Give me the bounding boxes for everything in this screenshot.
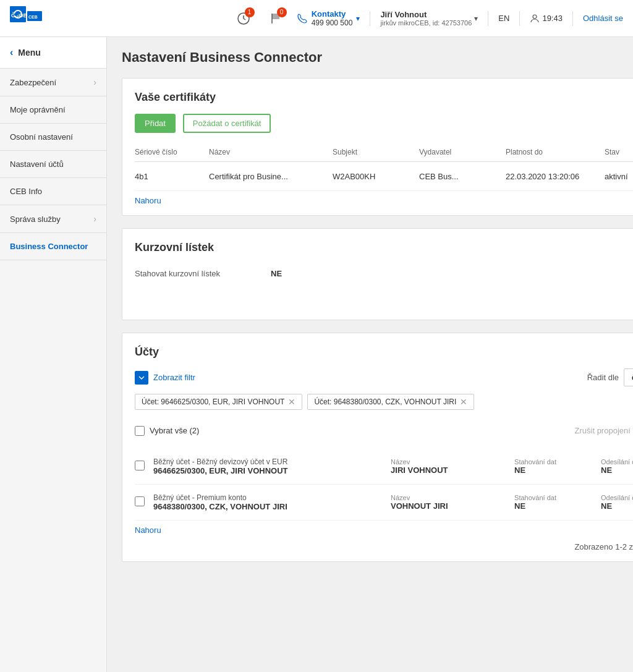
contacts-button[interactable]: Kontakty 499 900 500 xyxy=(297,9,360,27)
add-certificate-button[interactable]: Přidat xyxy=(135,114,176,133)
account-check-0[interactable] xyxy=(135,461,145,470)
notifications-button[interactable]: 1 xyxy=(232,7,255,30)
account-info-0: Běžný účet - Běžný devizový účet v EUR 9… xyxy=(153,457,391,475)
exchange-card: Kurzovní lístek Stahovat kurzovní lístek… xyxy=(122,228,633,320)
exchange-row: Stahovat kurzovní lístek NE xyxy=(135,264,633,283)
menu-label: Menu xyxy=(18,48,41,57)
sidebar-item-label: Moje oprávnění xyxy=(10,105,66,114)
sort-select[interactable]: čísla účtu xyxy=(624,368,633,386)
col-header-issuer: Vydavatel xyxy=(419,148,506,156)
filter-tag-0: Účet: 9646625/0300, EUR, JIRI VOHNOUT ✕ xyxy=(135,394,302,410)
exchange-label: Stahovat kurzovní lístek xyxy=(135,269,271,278)
cert-table-row: 4b1 Certifikát pro Busine... W2AB00KH CE… xyxy=(135,162,633,191)
user-menu-button[interactable]: Jiří Vohnout jirkův mikroCEB, id: 427537… xyxy=(380,10,478,27)
account-download-0: Stahování dat NE xyxy=(514,458,601,475)
page-header: Nastavení Business Connector Tisk xyxy=(122,49,633,66)
svg-line-9 xyxy=(244,19,245,20)
sidebar-item-business-connector[interactable]: Business Connector xyxy=(0,233,106,260)
filter-right: Řadit dle čísla účtu xyxy=(587,368,633,386)
account-row-0: Běžný účet - Běžný devizový účet v EUR 9… xyxy=(135,449,633,485)
header-right: 1 0 Kontakty 499 900 500 Jiří Vohnout xyxy=(232,7,623,30)
cert-validity: 22.03.2020 13:20:06 xyxy=(506,172,605,181)
sort-label: Řadit dle xyxy=(587,373,619,382)
cert-issuer: CEB Bus... xyxy=(419,172,506,181)
account-number-0: 9646625/0300, EUR, JIRI VOHNOUT xyxy=(153,466,391,475)
divider1 xyxy=(370,11,370,26)
account-name-val-0: JIRI VOHNOUT xyxy=(391,466,514,475)
select-all-row: Vybrat vše (2) Zrušit propojení (0) Upra… xyxy=(135,417,633,444)
nahoru-accounts-link[interactable]: Nahoru xyxy=(135,525,161,535)
account-checkbox-0 xyxy=(135,461,153,472)
filter-row: Zobrazit filtr Řadit dle čísla účtu xyxy=(135,368,633,386)
account-name-col-0: Název JIRI VOHNOUT xyxy=(391,458,514,475)
account-name-label-1: Název xyxy=(391,494,514,501)
cert-actions: Přidat Požádat o certifikát xyxy=(135,114,633,133)
language-button[interactable]: EN xyxy=(498,14,509,23)
cert-status: aktivní xyxy=(605,172,633,181)
sidebar-item-ucty[interactable]: Nastavení účtů xyxy=(0,151,106,178)
remove-filter-1-button[interactable]: ✕ xyxy=(460,397,467,407)
sidebar-chevron xyxy=(93,214,96,224)
account-row-1: Běžný účet - Premium konto 9648380/0300,… xyxy=(135,485,633,521)
filter-toggle-label[interactable]: Zobrazit filtr xyxy=(153,373,195,382)
account-send-val-1: NE xyxy=(601,501,633,511)
layout: Menu Zabezpečení Moje oprávnění Osobní n… xyxy=(0,37,633,672)
select-all-left: Vybrat vše (2) xyxy=(135,426,199,436)
filter-tags: Účet: 9646625/0300, EUR, JIRI VOHNOUT ✕ … xyxy=(135,394,633,410)
filter-toggle-button[interactable] xyxy=(135,371,148,385)
filter-tag-text-0: Účet: 9646625/0300, EUR, JIRI VOHNOUT xyxy=(142,398,284,406)
account-download-val-0: NE xyxy=(514,466,601,475)
accounts-title: Účty xyxy=(135,346,633,359)
account-download-label-0: Stahování dat xyxy=(514,458,601,466)
cert-subject: W2AB00KH xyxy=(333,172,419,181)
person-icon xyxy=(530,14,540,23)
flag-button[interactable]: 0 xyxy=(265,7,287,30)
nahoru-cert-link[interactable]: Nahoru xyxy=(135,196,161,205)
account-name-val-1: VOHNOUT JIRI xyxy=(391,501,514,511)
sidebar-item-label: Business Connector xyxy=(10,242,88,251)
request-certificate-button[interactable]: Požádat o certifikát xyxy=(183,114,271,133)
select-all-checkbox[interactable] xyxy=(135,426,145,436)
user-name: Jiří Vohnout xyxy=(380,10,472,19)
exchange-value: NE xyxy=(271,269,282,278)
filter-tag-text-1: Účet: 9648380/0300, CZK, VOHNOUT JIRI xyxy=(314,398,456,406)
account-send-1: Odesílání dat NE xyxy=(601,494,633,511)
account-download-val-1: NE xyxy=(514,501,601,511)
time-display: 19:43 xyxy=(530,14,563,23)
logo: ČSOB CEB xyxy=(10,4,44,32)
divider4 xyxy=(572,11,573,26)
remove-filter-0-button[interactable]: ✕ xyxy=(288,397,295,407)
exchange-title: Kurzovní lístek xyxy=(135,241,633,254)
sidebar-item-ceb-info[interactable]: CEB Info xyxy=(0,178,106,205)
sidebar-item-osobni[interactable]: Osobní nastavení xyxy=(0,124,106,151)
col-header-name: Název xyxy=(209,148,333,156)
account-send-label-0: Odesílání dat xyxy=(601,458,633,466)
logout-button[interactable]: Odhlásit se xyxy=(583,14,623,23)
sidebar-item-sprava[interactable]: Správa služby xyxy=(0,205,106,233)
phone-number: 499 900 500 xyxy=(312,19,353,27)
account-check-1[interactable] xyxy=(135,496,145,506)
sidebar-item-label: Nastavení účtů xyxy=(10,159,64,169)
accounts-card: Účty Zobrazit filtr Řadit dle čísla účtu xyxy=(122,333,633,562)
header: ČSOB CEB 1 0 xyxy=(0,0,633,37)
col-header-status: Stav xyxy=(605,148,633,156)
zrusit-button: Zrušit propojení (0) xyxy=(575,426,633,435)
sidebar-item-label: CEB Info xyxy=(10,187,42,196)
exchange-upravit-container: Upravit xyxy=(135,291,633,310)
account-type-0: Běžný účet - Běžný devizový účet v EUR xyxy=(153,457,391,466)
filter-tag-1: Účet: 9648380/0300, CZK, VOHNOUT JIRI ✕ xyxy=(307,394,474,410)
sidebar-item-label: Správa služby xyxy=(10,215,61,224)
account-type-1: Běžný účet - Premium konto xyxy=(153,493,391,502)
sidebar-item-zabezpeceni[interactable]: Zabezpečení xyxy=(0,69,106,96)
cert-serial: 4b1 xyxy=(135,172,209,181)
notification-badge: 1 xyxy=(245,7,255,17)
menu-button[interactable]: Menu xyxy=(0,37,106,69)
contacts-label: Kontakty xyxy=(312,9,353,19)
account-name-label-0: Název xyxy=(391,458,514,466)
certificates-title: Vaše certifikáty xyxy=(135,91,633,104)
sidebar-item-opravneni[interactable]: Moje oprávnění xyxy=(0,96,106,124)
account-info-1: Běžný účet - Premium konto 9648380/0300,… xyxy=(153,493,391,511)
flag-badge: 0 xyxy=(277,7,287,17)
sidebar-item-label: Osobní nastavení xyxy=(10,132,73,142)
total-label: Zobrazeno 1-2 z celkem 2 záznamů xyxy=(135,542,633,551)
